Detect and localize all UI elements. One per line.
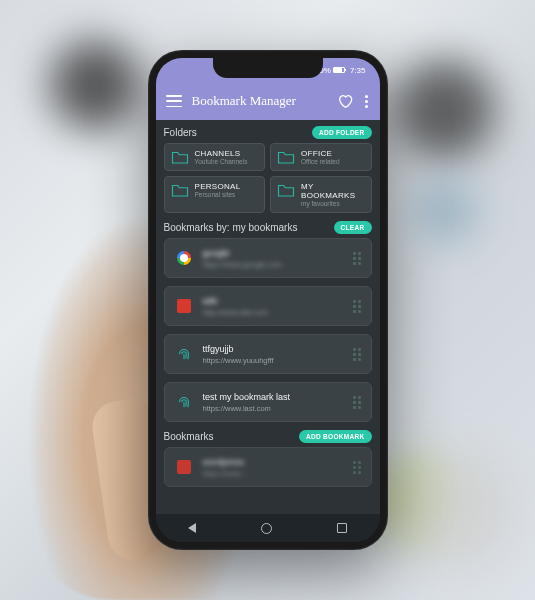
bookmark-title: test my bookmark last [203,392,343,402]
bookmarks-section-title: Bookmarks [164,431,214,442]
app-header: Bookmark Manager [156,82,380,120]
bookmark-url: http://www.wiki.com [203,308,343,317]
bookmark-title: wordpress [203,457,343,467]
folder-name: PERSONAL [195,182,241,191]
folder-personal[interactable]: PERSONALPersonal sites [164,176,266,213]
app-content: Folders ADD FOLDER CHANNELSYoutube Chann… [156,120,380,514]
drag-handle-icon[interactable] [351,459,363,476]
bookmark-title: ttfgyujjb [203,344,343,354]
bookmark-url: https://www.yuuuhgfff [203,356,343,365]
bookmark-title: google [203,248,343,258]
folder-name: CHANNELS [195,149,248,158]
folders-section-title: Folders [164,127,197,138]
folder-icon [171,149,189,165]
back-button[interactable] [188,523,196,533]
folder-subtitle: Youtube Channels [195,158,248,165]
more-options-icon[interactable] [363,93,370,110]
folder-my-bookmarks[interactable]: MY BOOKMARKSmy favourites [270,176,372,213]
bookmark-item[interactable]: test my bookmark lasthttps://www.last.co… [164,382,372,422]
folder-subtitle: Office related [301,158,340,165]
folder-name: OFFICE [301,149,340,158]
fingerprint-icon [173,391,195,413]
bookmark-url: https://www.last.com [203,404,343,413]
folder-subtitle: Personal sites [195,191,241,198]
folder-office[interactable]: OFFICEOffice related [270,143,372,171]
folder-icon [277,182,295,198]
home-button[interactable] [261,523,272,534]
site-icon [173,295,195,317]
bookmark-url: https://www... [203,469,343,478]
drag-handle-icon[interactable] [351,394,363,411]
folder-name: MY BOOKMARKS [301,182,365,200]
phone-frame: 80% 7:35 Bookmark Manager Folders ADD FO… [148,50,388,550]
battery-icon [333,67,345,73]
drag-handle-icon[interactable] [351,346,363,363]
site-icon [173,456,195,478]
phone-screen: 80% 7:35 Bookmark Manager Folders ADD FO… [156,58,380,542]
bookmark-item[interactable]: wikihttp://www.wiki.com [164,286,372,326]
folder-grid: CHANNELSYoutube Channels OFFICEOffice re… [164,143,372,213]
bookmark-title: wiki [203,296,343,306]
chrome-icon [173,247,195,269]
folder-icon [277,149,295,165]
folder-channels[interactable]: CHANNELSYoutube Channels [164,143,266,171]
app-title: Bookmark Manager [192,93,327,109]
clear-filter-button[interactable]: CLEAR [334,221,372,234]
bookmark-item[interactable]: googlehttps://www.google.com [164,238,372,278]
phone-notch [213,58,323,78]
status-time: 7:35 [350,66,366,75]
folder-icon [171,182,189,198]
bookmark-item[interactable]: wordpresshttps://www... [164,447,372,487]
fingerprint-icon [173,343,195,365]
menu-icon[interactable] [166,95,182,107]
drag-handle-icon[interactable] [351,250,363,267]
recents-button[interactable] [337,523,347,533]
bookmark-item[interactable]: ttfgyujjbhttps://www.yuuuhgfff [164,334,372,374]
drag-handle-icon[interactable] [351,298,363,315]
filter-label: Bookmarks by: my bookmarks [164,222,298,233]
add-bookmark-button[interactable]: ADD BOOKMARK [299,430,372,443]
folder-subtitle: my favourites [301,200,365,207]
add-folder-button[interactable]: ADD FOLDER [312,126,372,139]
bookmark-url: https://www.google.com [203,260,343,269]
favorite-icon[interactable] [337,93,353,109]
android-nav-bar [156,514,380,542]
